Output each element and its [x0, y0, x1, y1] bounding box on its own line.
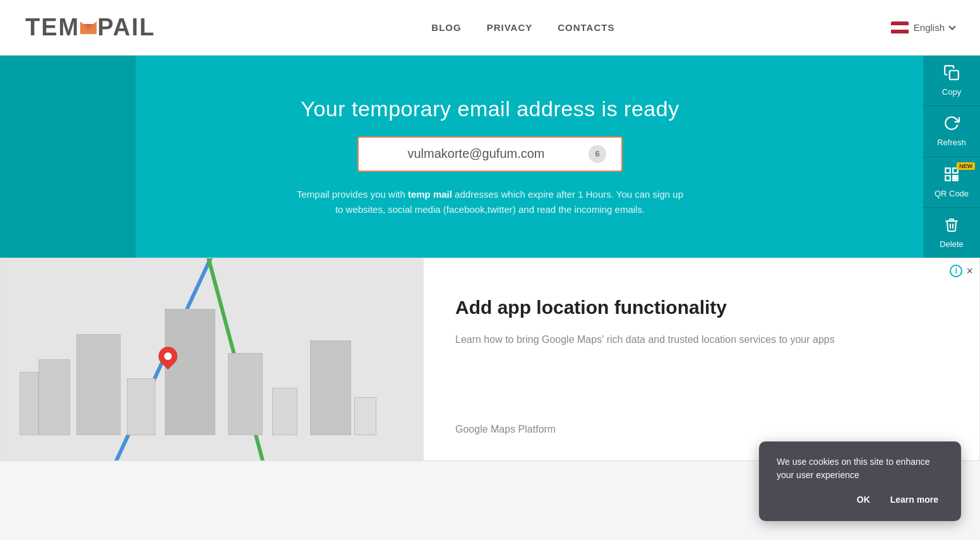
sidebar-actions: Copy Refresh NEW QR Code — [923, 56, 980, 258]
building — [127, 378, 155, 435]
header: TEM PAIL BLOG PRIVACY CONTACTS English — [0, 0, 980, 56]
building — [165, 309, 215, 435]
refresh-icon — [943, 115, 960, 134]
refresh-button[interactable]: Refresh — [923, 106, 980, 157]
building — [228, 353, 263, 435]
building — [39, 359, 70, 435]
building — [310, 340, 351, 435]
cookie-text: We use cookies on this site to enhance y… — [777, 455, 943, 482]
logo: TEM PAIL — [25, 14, 155, 41]
hero-content: Your temporary email address is ready vu… — [282, 71, 698, 243]
flag-icon — [891, 21, 909, 34]
main-nav: BLOG PRIVACY CONTACTS — [431, 22, 614, 33]
ad-text-area: Add app location functionality Learn how… — [424, 258, 979, 460]
info-icon: i — [955, 267, 957, 275]
svg-rect-8 — [956, 178, 958, 180]
building — [272, 388, 297, 435]
hero-desc-bold: temp mail — [408, 189, 452, 200]
nav-privacy[interactable]: PRIVACY — [487, 22, 533, 33]
copy-label: Copy — [942, 87, 961, 97]
ad-close-button[interactable]: × — [966, 265, 973, 277]
qrcode-label: QR Code — [935, 189, 969, 198]
map-background — [1, 258, 424, 460]
delete-label: Delete — [940, 239, 964, 249]
ad-controls: i × — [950, 265, 973, 277]
copy-icon — [943, 64, 960, 83]
ad-brand: Google Maps Platform — [455, 424, 948, 435]
language-selector[interactable]: English — [891, 21, 955, 34]
logo-text: TEM PAIL — [25, 14, 155, 41]
qrcode-button[interactable]: NEW QR Code — [923, 157, 980, 208]
copy-button[interactable]: Copy — [923, 56, 980, 106]
nav-contacts[interactable]: CONTACTS — [558, 22, 614, 33]
hero-title: Your temporary email address is ready — [294, 97, 686, 121]
svg-rect-9 — [953, 178, 955, 180]
building — [20, 372, 39, 435]
hero-description: Tempail provides you with temp mail addr… — [294, 187, 686, 217]
nav-blog[interactable]: BLOG — [431, 22, 461, 33]
chevron-down-icon — [948, 23, 955, 30]
email-display: vulmakorte@gufum.com 6 — [357, 136, 623, 172]
map-pin — [158, 347, 177, 366]
hero-section: Your temporary email address is ready vu… — [0, 56, 980, 258]
svg-rect-3 — [950, 71, 959, 80]
cookie-ok-button[interactable]: OK — [852, 492, 875, 507]
svg-rect-10 — [956, 176, 958, 177]
ad-title: Add app location functionality — [455, 296, 948, 319]
cookie-learn-more-button[interactable]: Learn more — [885, 492, 943, 507]
building — [354, 397, 376, 435]
main-content: i × Add app locatio — [0, 258, 980, 461]
svg-rect-7 — [953, 176, 955, 177]
cookie-banner: We use cookies on this site to enhance y… — [759, 441, 961, 521]
email-address: vulmakorte@gufum.com — [374, 147, 578, 161]
email-count: 6 — [589, 145, 606, 163]
pin-head — [155, 343, 181, 369]
svg-rect-4 — [945, 168, 950, 173]
new-badge: NEW — [957, 162, 975, 170]
hero-desc-before: Tempail provides you with — [297, 189, 408, 200]
delete-icon — [944, 217, 959, 236]
hero-bg-accent — [0, 56, 136, 258]
ad-description: Learn how to bring Google Maps' rich dat… — [455, 332, 948, 348]
svg-rect-6 — [945, 176, 950, 181]
ad-map — [1, 258, 424, 460]
language-label: English — [914, 22, 945, 33]
delete-button[interactable]: Delete — [923, 208, 980, 258]
building — [76, 334, 121, 435]
ad-container: i × Add app locatio — [0, 258, 980, 461]
refresh-label: Refresh — [937, 138, 966, 147]
ad-info-button[interactable]: i — [950, 265, 962, 277]
cookie-actions: OK Learn more — [777, 492, 943, 507]
